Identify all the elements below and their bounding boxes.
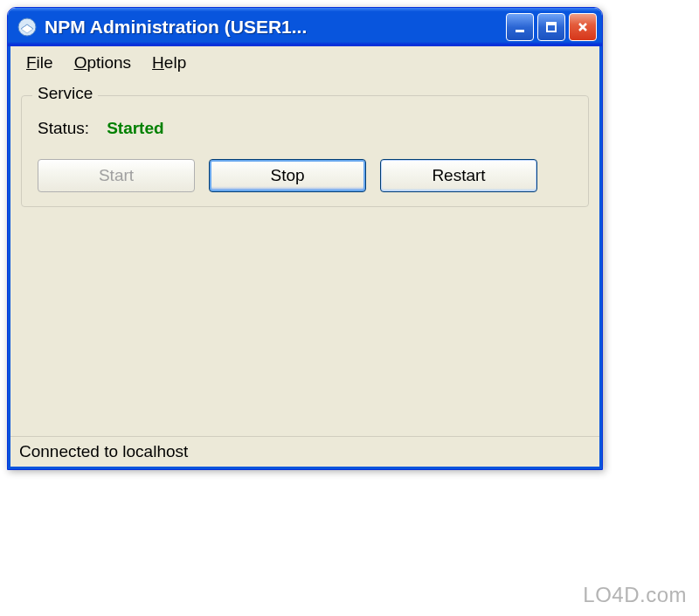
statusbar: Connected to localhost (10, 436, 599, 467)
status-row: Status: Started (34, 119, 576, 138)
maximize-button[interactable] (537, 13, 565, 41)
window-title: NPM Administration (USER1... (45, 17, 506, 38)
status-value: Started (107, 119, 163, 138)
application-window: NPM Administration (USER1... File Option… (7, 7, 603, 470)
close-button[interactable] (569, 13, 597, 41)
menu-help[interactable]: Help (143, 52, 195, 74)
window-controls (506, 13, 597, 41)
menu-file[interactable]: File (17, 52, 62, 74)
svg-rect-1 (516, 30, 524, 32)
window-body: File Options Help Service Status: Starte… (8, 46, 602, 469)
status-label: Status: (38, 119, 89, 138)
stop-button[interactable]: Stop (209, 159, 366, 192)
menu-options[interactable]: Options (66, 52, 140, 74)
service-groupbox: Service Status: Started Start Stop Resta… (21, 95, 589, 207)
app-icon (17, 17, 38, 38)
groupbox-title: Service (32, 84, 98, 103)
svg-rect-3 (547, 23, 556, 25)
minimize-button[interactable] (506, 13, 534, 41)
statusbar-text: Connected to localhost (19, 442, 188, 460)
watermark: LO4D.com (583, 583, 687, 607)
button-row: Start Stop Restart (34, 159, 576, 192)
start-button: Start (38, 159, 195, 192)
content-area: Service Status: Started Start Stop Resta… (10, 80, 599, 436)
titlebar[interactable]: NPM Administration (USER1... (8, 8, 602, 46)
restart-button[interactable]: Restart (380, 159, 537, 192)
menubar: File Options Help (10, 46, 599, 80)
